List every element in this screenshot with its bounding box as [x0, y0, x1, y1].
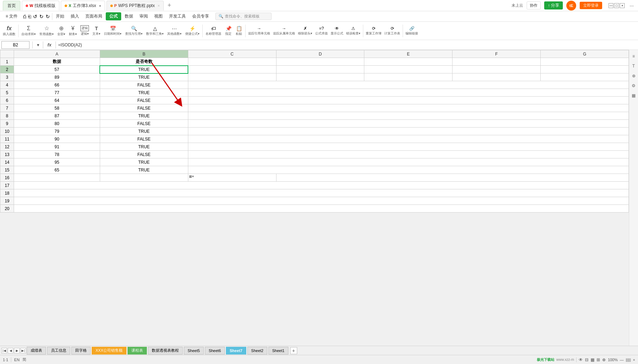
menu-data[interactable]: 数据 — [122, 12, 136, 20]
sheet-nav-first[interactable]: |◀ — [1, 348, 7, 353]
sidebar-icon-4[interactable]: ⚙ — [630, 82, 637, 89]
view-layout-btn[interactable]: ⊞ — [597, 357, 600, 362]
cell-d2[interactable] — [276, 66, 364, 73]
menu-start[interactable]: 开始 — [53, 12, 67, 20]
cell-b2[interactable]: TRUE — [100, 66, 188, 73]
lang-en[interactable]: EN — [14, 358, 19, 362]
more-options-btn[interactable]: ··· — [628, 3, 635, 8]
col-header-c[interactable]: C — [188, 50, 276, 58]
print-icon[interactable]: ⎗ — [27, 13, 32, 20]
sidebar-icon-1[interactable]: ≡ — [630, 53, 637, 60]
view-normal-btn[interactable]: ▦ — [591, 357, 594, 362]
cell-a3[interactable]: 89 — [14, 73, 100, 81]
row-header-3[interactable]: 3 — [0, 73, 14, 81]
text-func-btn[interactable]: T 文本▾ — [91, 23, 102, 39]
menu-formula[interactable]: 公式 — [106, 12, 121, 20]
cell-reference-box[interactable]: B2 — [1, 41, 30, 49]
row-header-8[interactable]: 8 — [0, 112, 14, 120]
row-header-17[interactable]: 17 — [0, 182, 14, 189]
tab-tianzige[interactable]: 田字格 — [71, 347, 91, 355]
col-header-a[interactable]: A — [14, 50, 100, 58]
col-header-d[interactable]: D — [276, 50, 364, 58]
cell-b7[interactable]: FALSE — [100, 104, 188, 112]
sidebar-icon-2[interactable]: T — [630, 63, 637, 70]
col-header-e[interactable]: E — [364, 50, 453, 58]
cell-c1[interactable] — [188, 58, 276, 66]
other-func-btn[interactable]: ··· 其他函数▾ — [166, 23, 183, 39]
row-header-15[interactable]: 15 — [0, 166, 14, 174]
paste-options-icon[interactable]: ▦▾ — [189, 175, 194, 178]
insert-function-btn[interactable]: fx 插入函数 — [1, 23, 17, 39]
row-header-19[interactable]: 19 — [0, 197, 14, 205]
cell-f3[interactable] — [453, 73, 541, 81]
cell-a6[interactable]: 64 — [14, 97, 100, 104]
row-header-13[interactable]: 13 — [0, 151, 14, 158]
cell-a10[interactable]: 79 — [14, 128, 100, 135]
zoom-minus[interactable]: — — [620, 358, 624, 362]
row-header-2[interactable]: 2 — [0, 66, 14, 73]
lookup-func-btn[interactable]: 🔍 查找与引用▾ — [124, 23, 144, 39]
cell-a2[interactable]: 57 — [14, 66, 100, 73]
sidebar-icon-3[interactable]: ⊕ — [630, 72, 637, 79]
cell-a5[interactable]: 77 — [14, 89, 100, 97]
logic-func-btn[interactable]: 逻辑 逻辑▾ — [79, 23, 90, 39]
tab-home[interactable]: 首页 — [3, 1, 20, 11]
menu-insert[interactable]: 插入 — [68, 12, 82, 20]
tab-sheet7[interactable]: Sheet7 — [226, 347, 246, 355]
tab-data-pivot[interactable]: 数据透视表教程 — [148, 347, 183, 355]
sheet-nav-last[interactable]: ▶| — [20, 348, 26, 353]
edit-links-btn[interactable]: 🔗 编辑链接 — [404, 23, 419, 39]
tab-sheet6[interactable]: Sheet6 — [205, 347, 225, 355]
menu-member[interactable]: 会员专享 — [189, 12, 212, 20]
menu-page-layout[interactable]: 页面布局 — [83, 12, 105, 20]
cell-b16[interactable] — [100, 174, 188, 182]
cell-a16[interactable] — [14, 174, 100, 182]
cell-c3[interactable] — [188, 73, 276, 81]
cell-b6[interactable]: FALSE — [100, 97, 188, 104]
cell-a1[interactable]: 数据 — [14, 58, 100, 66]
menu-view[interactable]: 视图 — [151, 12, 165, 20]
cell-b9[interactable]: FALSE — [100, 120, 188, 128]
col-header-f[interactable]: F — [453, 50, 541, 58]
autosum-btn[interactable]: Σ 自动求和▾ — [20, 23, 37, 39]
row-header-12[interactable]: 12 — [0, 143, 14, 151]
cell-g1[interactable] — [541, 58, 629, 66]
col-header-b[interactable]: B — [100, 50, 188, 58]
fx-btn[interactable]: fx — [45, 42, 54, 47]
tab-find-template[interactable]: W 找模板模版 — [22, 1, 59, 11]
cell-a7[interactable]: 58 — [14, 104, 100, 112]
cell-a15[interactable]: 65 — [14, 166, 100, 174]
cell-g2[interactable] — [541, 66, 629, 73]
tab-chengji[interactable]: 成绩表 — [27, 347, 46, 355]
sheet-nav-next[interactable]: ▶ — [14, 348, 20, 353]
row-header-14[interactable]: 14 — [0, 158, 14, 166]
ppt-close[interactable]: × — [157, 4, 160, 8]
cell-b1[interactable]: 是否奇数 — [100, 58, 188, 66]
all-func-btn[interactable]: ⊕ 全部▾ — [56, 23, 67, 39]
cell-e1[interactable] — [364, 58, 453, 66]
row-header-18[interactable]: 18 — [0, 189, 14, 197]
zoom-plus[interactable]: + — [633, 358, 635, 362]
cell-c2[interactable] — [188, 66, 276, 73]
row-header-7[interactable]: 7 — [0, 104, 14, 112]
user-avatar[interactable]: tE — [566, 1, 576, 11]
collab-btn[interactable]: 协作 — [527, 1, 541, 9]
tab-sheet5[interactable]: Sheet5 — [184, 347, 204, 355]
math-func-btn[interactable]: △ 数学和三角▾ — [145, 23, 165, 39]
col-header-g[interactable]: G — [541, 50, 629, 58]
common-func-btn[interactable]: ☆ 常用函数▾ — [38, 23, 55, 39]
cell-b10[interactable]: TRUE — [100, 128, 188, 135]
cell-b8[interactable]: TRUE — [100, 112, 188, 120]
cell-c16[interactable]: ▦▾ — [188, 174, 276, 182]
lang-jian[interactable]: 简 — [22, 357, 26, 362]
menu-review[interactable]: 审阅 — [137, 12, 151, 20]
name-manager-btn[interactable]: 🏷 名称管理器 — [204, 23, 223, 39]
cell-a8[interactable]: 87 — [14, 112, 100, 120]
row-header-1[interactable]: 1 — [0, 58, 14, 66]
cell-a4[interactable]: 66 — [14, 81, 100, 89]
zoom-in-btn[interactable]: ⊕ — [602, 357, 606, 362]
window-close[interactable]: × — [620, 3, 625, 8]
window-minimize[interactable]: — — [608, 3, 613, 8]
tab-xlsx[interactable]: X 工作簿3.xlsx ● — [61, 1, 105, 11]
tab-yuangong[interactable]: 员工信息 — [47, 347, 70, 355]
